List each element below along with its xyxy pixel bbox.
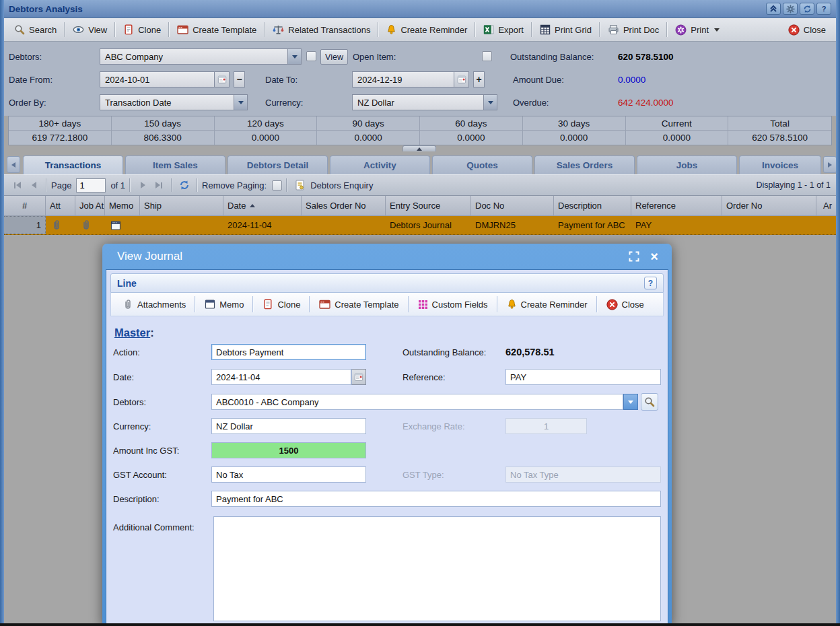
modal-currency-input[interactable] (211, 418, 366, 434)
clone-icon (123, 24, 134, 35)
create-template-button[interactable]: Create Template (313, 295, 405, 313)
grid-row-selected[interactable]: 1 2024-11-04 Debtors Journal DMJRN25 Pay… (4, 216, 836, 235)
date-to-increment-button[interactable]: + (473, 71, 485, 88)
tab-sales-orders[interactable]: Sales Orders (534, 155, 635, 174)
gst-account-input[interactable] (211, 466, 366, 483)
modal-date-calendar-button[interactable] (351, 369, 366, 385)
grid-col-entry-source[interactable]: Entry Source (386, 196, 471, 215)
create-reminder-button[interactable]: Create Reminder (380, 21, 473, 38)
tab-jobs[interactable]: Jobs (637, 155, 737, 174)
grid-col-ship[interactable]: Ship (140, 196, 223, 215)
print-grid-button[interactable]: Print Grid (534, 21, 598, 38)
amount-due-label: Amount Due: (513, 71, 564, 88)
grid-col-doc-no[interactable]: Doc No (471, 196, 554, 215)
modal-debtors-search-button[interactable] (641, 393, 658, 411)
toolbar-separator (666, 22, 668, 37)
memo-cell[interactable] (105, 216, 140, 234)
grid-col-memo[interactable]: Memo (105, 196, 140, 215)
last-page-button[interactable] (151, 178, 167, 193)
grid-col-truncated[interactable]: Ar (816, 196, 836, 215)
modal-header[interactable]: View Journal × (102, 244, 672, 269)
modal-debtors-dropdown-button[interactable] (623, 394, 638, 410)
page-number-input[interactable] (76, 178, 106, 193)
custom-fields-button[interactable]: Custom Fields (412, 295, 494, 313)
print-button[interactable]: Print (669, 21, 726, 38)
modal-debtors-combo[interactable] (211, 394, 623, 410)
date-to-calendar-button[interactable] (454, 71, 469, 88)
create-reminder-button[interactable]: Create Reminder (501, 295, 594, 313)
currency-select[interactable]: NZ Dollar (352, 94, 484, 110)
attachments-button[interactable]: Attachments (116, 295, 192, 313)
clone-button[interactable]: Clone (117, 21, 167, 38)
close-button[interactable]: Close (782, 21, 832, 38)
action-input[interactable] (211, 344, 366, 360)
attachment-cell[interactable] (46, 216, 75, 234)
refresh-button[interactable] (800, 3, 814, 15)
tab-scroll-right-button[interactable] (823, 156, 837, 173)
export-button[interactable]: Export (477, 21, 530, 38)
job-attachment-cell[interactable] (75, 216, 105, 234)
currency-dropdown-button[interactable] (484, 94, 497, 110)
date-from-decrement-button[interactable]: − (234, 71, 245, 88)
maximize-icon[interactable] (629, 251, 639, 262)
tab-transactions[interactable]: Transactions (23, 155, 123, 174)
date-to-input[interactable]: 2024-12-19 (352, 71, 454, 88)
grid-col-description[interactable]: Description (554, 196, 631, 215)
date-from-calendar-button[interactable] (215, 71, 230, 88)
next-page-button[interactable] (135, 178, 151, 193)
tab-item-sales[interactable]: Item Sales (125, 155, 225, 174)
modal-date-input[interactable] (211, 369, 351, 385)
print-doc-button[interactable]: Print Doc (602, 21, 665, 38)
order-by-select[interactable]: Transaction Date (100, 94, 234, 110)
debtors-filter-dropdown-button[interactable] (288, 48, 302, 65)
grid-col-sales-order-no[interactable]: Sales Order No (302, 196, 386, 215)
debtors-filter-select[interactable]: ABC Company (100, 48, 288, 65)
view-button[interactable]: View (67, 21, 113, 38)
excel-icon (483, 24, 494, 35)
debtors-enquiry-label[interactable]: Debtors Enquiry (310, 180, 373, 190)
tab-invoices[interactable]: Invoices (739, 155, 821, 174)
tab-scroll-left-button[interactable] (7, 156, 20, 173)
first-page-button[interactable] (9, 178, 26, 193)
search-icon (644, 396, 655, 407)
settings-button[interactable] (783, 3, 798, 15)
aging-value: 0.0000 (215, 131, 318, 145)
grid-col-reference[interactable]: Reference (631, 196, 722, 215)
amount-inc-gst-input[interactable] (211, 442, 366, 458)
search-button[interactable]: Search (8, 21, 63, 38)
panel-collapse-handle[interactable] (403, 145, 436, 151)
modal-description-input[interactable] (211, 491, 661, 507)
order-by-dropdown-button[interactable] (234, 94, 248, 110)
create-template-button[interactable]: Create Template (171, 21, 262, 38)
view-debtor-button[interactable]: View (320, 49, 348, 65)
memo-button[interactable]: Memo (199, 295, 250, 313)
remove-paging-checkbox[interactable] (272, 180, 282, 190)
line-help-button[interactable]: ? (644, 277, 657, 289)
modal-close-button[interactable]: Close (600, 295, 650, 313)
grid-col-order-no[interactable]: Order No (722, 196, 816, 215)
printer-icon (608, 24, 619, 35)
grid-col-date[interactable]: Date (223, 196, 302, 215)
modal-reference-input[interactable] (505, 369, 661, 385)
tab-quotes[interactable]: Quotes (432, 155, 532, 174)
prev-page-button[interactable] (26, 178, 42, 193)
master-section-link[interactable]: Master: (114, 326, 154, 339)
grid-col-number[interactable]: # (4, 196, 46, 215)
help-button[interactable]: ? (816, 3, 831, 15)
debtors-enquiry-button[interactable] (291, 178, 308, 193)
tab-activity[interactable]: Activity (330, 155, 430, 174)
tab-debtors-detail[interactable]: Debtors Detail (228, 155, 328, 174)
template-icon (177, 24, 188, 35)
grid-col-job-att[interactable]: Job At (75, 196, 105, 215)
open-item-checkbox[interactable] (482, 51, 492, 61)
grid-col-att[interactable]: Att (46, 196, 75, 215)
refresh-grid-button[interactable] (176, 178, 193, 193)
collapse-button[interactable] (766, 3, 781, 15)
related-transactions-button[interactable]: Related Transactions (267, 21, 376, 38)
modal-close-icon[interactable]: × (650, 250, 658, 263)
date-from-input[interactable]: 2024-10-01 (100, 71, 215, 88)
clone-button[interactable]: Clone (256, 295, 306, 313)
modal-window-controls: × (629, 250, 672, 263)
debtors-view-checkbox[interactable] (306, 51, 316, 61)
additional-comment-textarea[interactable] (213, 516, 661, 621)
